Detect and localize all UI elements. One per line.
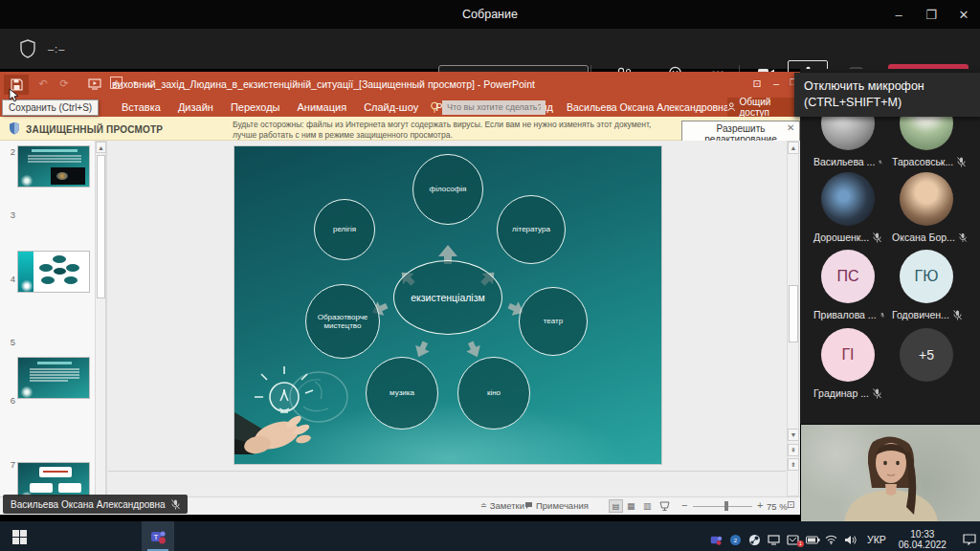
tab-animations[interactable]: Анимация bbox=[288, 98, 355, 117]
share-document-button[interactable]: Общий доступ bbox=[727, 98, 800, 117]
slide-thumbnail-3[interactable] bbox=[17, 251, 90, 293]
zoom-percent[interactable]: 75 % bbox=[767, 501, 788, 512]
circle-religion: релігія bbox=[314, 199, 375, 260]
presenter-name-overlay: Васильева Оксана Александровна bbox=[3, 495, 188, 514]
restore-button[interactable]: ❐ bbox=[915, 0, 947, 29]
share-document-label: Общий доступ bbox=[740, 97, 801, 118]
avatar-doroshenko[interactable] bbox=[821, 172, 875, 226]
tab-slideshow[interactable]: Слайд-шоу bbox=[355, 98, 427, 117]
view-reading-button[interactable]: ▥ bbox=[643, 501, 652, 511]
avatar-gradinar[interactable]: ГІ bbox=[821, 328, 875, 382]
mic-muted-icon bbox=[953, 310, 962, 320]
comments-toggle[interactable]: Примечания bbox=[524, 500, 589, 511]
time: 10:33 bbox=[910, 529, 934, 540]
ppt-ribbon-tabs: Вставка Дизайн Переходы Анимация Слайд-ш… bbox=[0, 98, 800, 117]
protected-shield-icon bbox=[9, 121, 20, 135]
shield-icon bbox=[19, 39, 36, 58]
mic-muted-icon bbox=[959, 232, 967, 243]
mic-muted-icon bbox=[880, 310, 884, 320]
view-sorter-button[interactable]: ▦ bbox=[627, 501, 635, 511]
participant-tarasovska[interactable]: Тарасовськ... bbox=[892, 156, 967, 167]
protected-view-label: ЗАЩИЩЕННЫЙ ПРОСМОТР bbox=[26, 124, 163, 135]
ppt-titlebar: ↶ ⟳ A ▾ ⌄ виховний_захід_Людина_в_екзист… bbox=[0, 72, 800, 98]
tab-transitions[interactable]: Переходы bbox=[222, 98, 289, 117]
participant-gradinar[interactable]: Градинар ... bbox=[813, 387, 882, 399]
mic-muted-icon bbox=[171, 499, 180, 510]
zoom-out-button[interactable]: − bbox=[681, 499, 687, 511]
zoom-slider-thumb[interactable] bbox=[724, 501, 728, 511]
participant-doroshenko[interactable]: Дорошенк... bbox=[813, 231, 882, 243]
avatar-initials: ГІ bbox=[841, 346, 854, 364]
mic-muted-icon bbox=[873, 232, 881, 243]
circle-art: Образотворче мистецтво bbox=[305, 284, 380, 359]
overflow-count: +5 bbox=[919, 347, 934, 363]
avatar-godovichenko[interactable]: ГЮ bbox=[900, 250, 953, 303]
mic-muted-icon bbox=[879, 157, 882, 167]
slide-thumbnail-2[interactable] bbox=[17, 145, 90, 187]
participant-privalova[interactable]: Привалова ... bbox=[813, 309, 884, 320]
ppt-minimize-icon[interactable]: – bbox=[768, 77, 785, 89]
account-name: Васильева Оксана Александровна bbox=[567, 101, 729, 113]
zoom-slider-track[interactable] bbox=[693, 506, 752, 508]
circle-music: музика bbox=[366, 357, 438, 430]
person-icon bbox=[727, 102, 736, 112]
slide-canvas[interactable]: філософія релігія література екзистенціа… bbox=[234, 146, 661, 464]
participant-oksana-bor[interactable]: Оксана Бор... bbox=[892, 231, 967, 243]
ppt-window-title: виховний_захід_Людина_в_екзистенційній_с… bbox=[0, 78, 647, 90]
slide-thumbnail-4[interactable] bbox=[17, 357, 90, 399]
tab-design[interactable]: Дизайн bbox=[169, 98, 222, 117]
zoom-in-button[interactable]: + bbox=[757, 499, 763, 511]
volume-icon[interactable] bbox=[844, 535, 858, 545]
tray-teams-icon[interactable] bbox=[710, 534, 724, 546]
action-center-icon[interactable] bbox=[963, 534, 977, 545]
comment-icon bbox=[524, 501, 533, 510]
overflow-participants-badge[interactable]: +5 bbox=[900, 328, 953, 382]
avatar-initials: ПС bbox=[836, 268, 858, 285]
view-slideshow-button[interactable] bbox=[659, 501, 670, 511]
slide-scrollbar[interactable]: ▲ ▼ ⇞ ⇟ bbox=[787, 141, 799, 496]
teams-taskbar-highlight[interactable]: T bbox=[142, 521, 174, 551]
mic-muted-icon bbox=[957, 157, 966, 167]
thumb-number-4: 4 bbox=[4, 274, 15, 284]
mouse-cursor bbox=[9, 88, 19, 102]
circle-existentialism: екзистенціалізм bbox=[393, 260, 502, 335]
avatar-privalova[interactable]: ПС bbox=[821, 250, 875, 303]
date: 06.04.2022 bbox=[899, 540, 947, 550]
participant-godovichenko[interactable]: Годовичен... bbox=[892, 309, 967, 320]
clock[interactable]: 10:33 06.04.2022 bbox=[895, 529, 950, 550]
battery-icon[interactable] bbox=[806, 536, 820, 544]
ribbon-display-icon[interactable]: ⊡ bbox=[748, 77, 766, 90]
tray-alert-icon[interactable]: 1 bbox=[787, 535, 801, 545]
screen: Собрание – ❐ ✕ –:– Запросить управление … bbox=[0, 0, 980, 551]
thumb-number-3: 3 bbox=[4, 209, 15, 220]
participant-vasileva[interactable]: Васильева ... bbox=[813, 156, 882, 167]
protected-view-bar: ЗАЩИЩЕННЫЙ ПРОСМОТР Будьте осторожны: фа… bbox=[0, 117, 800, 141]
teams-icon: T bbox=[146, 525, 169, 548]
prev-slide-button[interactable]: ⇞ bbox=[788, 444, 799, 456]
tray-onedrive-icon[interactable]: 2 bbox=[729, 534, 744, 546]
tray-display-icon[interactable] bbox=[768, 535, 782, 545]
wifi-icon[interactable] bbox=[825, 535, 839, 544]
tray-steam-icon[interactable] bbox=[748, 534, 763, 546]
self-video-tile[interactable] bbox=[801, 424, 980, 521]
tellme-search-input[interactable] bbox=[442, 100, 546, 115]
hand-lightbulb-image bbox=[234, 363, 359, 464]
start-button[interactable] bbox=[8, 525, 31, 548]
teams-toolbar: –:– Запросить управление Участники Реакц… bbox=[0, 29, 980, 69]
protected-bar-close-icon[interactable]: ✕ bbox=[787, 122, 794, 133]
notes-toggle[interactable]: ≐ Заметки bbox=[480, 500, 524, 511]
close-button[interactable]: ✕ bbox=[947, 0, 980, 29]
next-slide-button[interactable]: ⇟ bbox=[788, 458, 799, 471]
notes-divider[interactable] bbox=[108, 471, 786, 472]
tab-insert[interactable]: Вставка bbox=[113, 98, 169, 117]
circle-cinema: кіно bbox=[457, 357, 530, 430]
avatar-oksana-bor[interactable] bbox=[900, 172, 953, 226]
fit-slide-button[interactable]: ⊡ bbox=[787, 499, 794, 510]
thumbnail-scrollbar[interactable]: ▲ bbox=[95, 141, 106, 496]
tellme-bulb-icon bbox=[430, 101, 439, 113]
minimize-button[interactable]: – bbox=[882, 0, 915, 29]
language-indicator[interactable]: УКР bbox=[863, 534, 890, 545]
protected-view-message: Будьте осторожны: файлы из Интернета мог… bbox=[233, 120, 668, 140]
view-normal-button[interactable]: ▤ bbox=[609, 499, 623, 513]
thumb-number-6: 6 bbox=[4, 395, 15, 406]
